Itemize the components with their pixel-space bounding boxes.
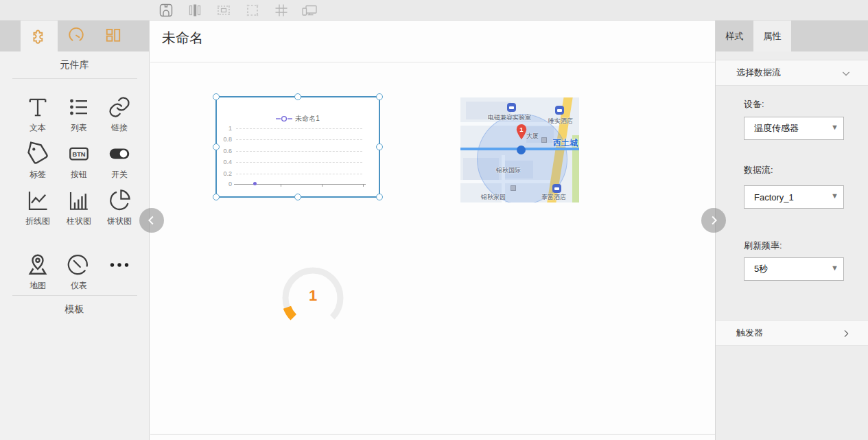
resize-handle-nw[interactable] bbox=[213, 93, 220, 100]
component-list[interactable]: 列表 bbox=[58, 95, 99, 134]
resize-handle-se[interactable] bbox=[376, 194, 383, 200]
bar-chart-icon bbox=[58, 188, 99, 213]
gridline bbox=[236, 174, 362, 174]
svg-text:1: 1 bbox=[519, 126, 524, 133]
layout-icon bbox=[104, 26, 122, 47]
list-icon bbox=[58, 95, 99, 119]
gridline bbox=[236, 151, 362, 152]
divider bbox=[12, 78, 137, 79]
component-line-chart[interactable]: 折线图 bbox=[17, 188, 58, 227]
component-map[interactable]: 地图 bbox=[17, 253, 58, 292]
chevron-left-icon bbox=[144, 213, 159, 228]
grid-icon[interactable] bbox=[273, 2, 290, 19]
map-widget[interactable]: 电磁兼容实验室 唯实酒店 大厦 西土城 锦秋国际 锦秋家园 泰富酒店 1 bbox=[460, 97, 579, 202]
map-poi-mini bbox=[541, 137, 547, 143]
trigger-section-header[interactable]: 触发器 bbox=[716, 320, 868, 346]
button-icon: BTN bbox=[58, 141, 99, 166]
sidebar-tabbar bbox=[0, 21, 149, 51]
device-label: 设备: bbox=[744, 98, 764, 111]
map-road-label: 西土城 bbox=[553, 137, 578, 149]
chevron-right-icon bbox=[841, 328, 852, 342]
component-tag[interactable]: 标签 bbox=[17, 141, 58, 181]
component-bar-chart[interactable]: 柱状图 bbox=[58, 188, 99, 227]
sidebar-tab-components[interactable] bbox=[21, 21, 58, 51]
datastream-section-header[interactable]: 选择数据流 bbox=[716, 60, 868, 86]
refresh-label: 刷新频率: bbox=[744, 240, 782, 252]
resize-handle-sw[interactable] bbox=[213, 194, 220, 200]
dropdown-arrow-icon: ▼ bbox=[831, 123, 838, 131]
component-meter[interactable]: 仪表 bbox=[58, 253, 99, 292]
map-icon bbox=[17, 253, 58, 277]
refresh-select[interactable]: 5秒 ▼ bbox=[744, 257, 844, 281]
component-text[interactable]: 文本 bbox=[17, 95, 58, 134]
sidebar-tab-layouts[interactable] bbox=[95, 21, 132, 51]
refresh-select-value: 5秒 bbox=[754, 263, 768, 275]
x-tick bbox=[322, 185, 322, 187]
line-chart-icon bbox=[17, 188, 58, 213]
gauge-icon bbox=[67, 26, 85, 47]
sidebar-tab-gauges[interactable] bbox=[58, 21, 95, 51]
y-tick: 0.4 bbox=[217, 159, 232, 165]
switch-icon bbox=[99, 141, 140, 166]
align-center-icon[interactable] bbox=[187, 2, 203, 19]
x-tick bbox=[363, 185, 364, 187]
component-button[interactable]: BTN 按钮 bbox=[58, 141, 99, 181]
library-title: 元件库 bbox=[0, 59, 149, 71]
divider bbox=[150, 62, 715, 62]
line-chart-widget[interactable]: 未命名1 1 0.8 0.6 0.4 0.2 0 bbox=[215, 96, 380, 198]
y-tick: 1 bbox=[217, 125, 232, 132]
pie-chart-icon bbox=[99, 188, 140, 213]
y-tick: 0 bbox=[217, 181, 232, 187]
resize-handle-e[interactable] bbox=[376, 143, 383, 150]
properties-tabbar: 样式 属性 bbox=[716, 21, 868, 51]
collapse-left-panel-button[interactable] bbox=[139, 208, 164, 233]
marquee-select-icon[interactable] bbox=[244, 2, 261, 19]
dropdown-arrow-icon: ▼ bbox=[831, 192, 838, 200]
data-point bbox=[253, 182, 257, 185]
svg-text:BTN: BTN bbox=[72, 151, 85, 158]
gridline bbox=[236, 128, 362, 129]
resize-handle-w[interactable] bbox=[213, 143, 220, 150]
top-toolbar bbox=[0, 0, 868, 21]
hotel-icon bbox=[555, 106, 564, 115]
design-canvas[interactable]: 未命名 未命名1 1 0.8 0.6 0.4 0.2 0 bbox=[150, 21, 715, 440]
component-pie-chart[interactable]: 饼状图 bbox=[99, 188, 140, 227]
properties-sidebar: 样式 属性 选择数据流 设备: 温度传感器 ▼ 数据流: Factory_1 ▼… bbox=[715, 21, 868, 440]
map-label: 大厦 bbox=[526, 132, 539, 141]
resize-handle-n[interactable] bbox=[294, 93, 301, 100]
y-tick: 0.8 bbox=[217, 136, 232, 143]
dropdown-arrow-icon: ▼ bbox=[831, 264, 838, 272]
device-select-value: 温度传感器 bbox=[754, 122, 799, 135]
component-link[interactable]: 链接 bbox=[99, 95, 140, 134]
poi-icon bbox=[507, 103, 516, 112]
devices-preview-icon[interactable] bbox=[301, 2, 317, 19]
chevron-right-icon bbox=[706, 213, 721, 228]
stream-select[interactable]: Factory_1 ▼ bbox=[744, 185, 844, 209]
resize-handle-ne[interactable] bbox=[376, 93, 383, 100]
tab-style[interactable]: 样式 bbox=[716, 21, 753, 51]
gauge-widget[interactable]: 1 bbox=[277, 262, 349, 334]
stream-label: 数据流: bbox=[744, 164, 773, 176]
map-label: 唯实酒店 bbox=[548, 117, 573, 126]
x-tick bbox=[281, 185, 281, 187]
more-icon bbox=[99, 253, 140, 277]
chevron-down-icon bbox=[841, 68, 852, 82]
text-icon bbox=[17, 95, 58, 119]
map-label: 泰富酒店 bbox=[541, 193, 566, 202]
save-icon[interactable] bbox=[158, 2, 174, 19]
tab-properties[interactable]: 属性 bbox=[753, 21, 791, 51]
dashboard-editor: 元件库 文本 列表 链接 标签 BTN 按钮 开关 bbox=[0, 0, 868, 440]
canvas-bottom-divider bbox=[150, 434, 715, 435]
resize-handle-s[interactable] bbox=[294, 194, 301, 200]
device-select[interactable]: 温度传感器 ▼ bbox=[744, 117, 844, 140]
gauge-value: 1 bbox=[277, 287, 349, 305]
location-dot bbox=[517, 146, 526, 154]
tag-icon bbox=[17, 141, 58, 166]
component-more[interactable] bbox=[99, 253, 140, 280]
map-label: 锦秋家园 bbox=[481, 193, 506, 202]
legend-marker-icon bbox=[276, 113, 292, 125]
component-switch[interactable]: 开关 bbox=[99, 141, 140, 181]
stream-select-value: Factory_1 bbox=[754, 192, 794, 202]
group-icon[interactable] bbox=[215, 2, 232, 19]
collapse-right-panel-button[interactable] bbox=[701, 208, 726, 233]
